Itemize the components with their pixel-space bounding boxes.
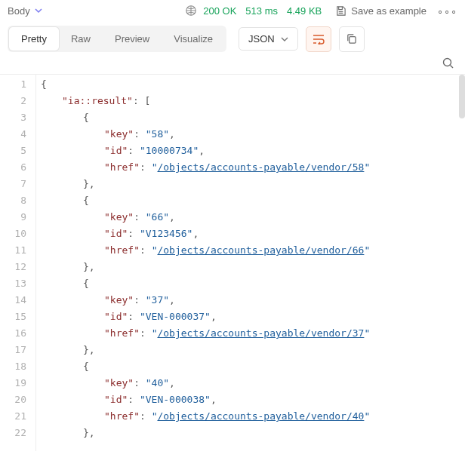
view-tabs: Pretty Raw Preview Visualize xyxy=(8,26,226,52)
svg-point-2 xyxy=(444,59,451,66)
search-row xyxy=(0,52,465,74)
tab-pretty[interactable]: Pretty xyxy=(9,27,59,51)
scrollbar-thumb[interactable] xyxy=(459,75,465,118)
more-actions-button[interactable]: ∘∘∘ xyxy=(437,5,457,17)
status-code: 200 OK xyxy=(203,5,236,17)
format-dropdown-label: JSON xyxy=(248,33,275,45)
tab-raw[interactable]: Raw xyxy=(59,27,103,51)
chevron-down-icon xyxy=(281,35,288,43)
tab-visualize[interactable]: Visualize xyxy=(162,27,225,51)
code-content: {"ia::result": [{"key": "58","id": "1000… xyxy=(36,75,465,451)
save-icon xyxy=(335,5,346,17)
search-button[interactable] xyxy=(442,57,454,69)
response-size: 4.49 KB xyxy=(287,5,322,17)
view-controls-row: Pretty Raw Preview Visualize JSON xyxy=(0,21,465,52)
response-time: 513 ms xyxy=(245,5,278,17)
copy-button[interactable] xyxy=(339,26,365,52)
svg-rect-1 xyxy=(350,37,356,43)
wrap-icon xyxy=(313,34,325,45)
body-dropdown-label: Body xyxy=(8,5,30,17)
copy-icon xyxy=(346,33,357,45)
wrap-lines-button[interactable] xyxy=(306,26,331,52)
format-dropdown[interactable]: JSON xyxy=(239,27,298,51)
response-top-bar: Body 200 OK 513 ms 4.49 KB Save as examp… xyxy=(0,0,465,21)
save-as-example-label: Save as example xyxy=(351,5,427,17)
response-body-viewer[interactable]: 12345678910111213141516171819202122 {"ia… xyxy=(0,74,465,451)
chevron-down-icon xyxy=(35,7,42,14)
network-globe-icon xyxy=(185,5,197,17)
save-as-example-button[interactable]: Save as example xyxy=(335,5,427,17)
tab-preview[interactable]: Preview xyxy=(103,27,162,51)
body-dropdown[interactable]: Body xyxy=(8,5,42,17)
line-number-gutter: 12345678910111213141516171819202122 xyxy=(0,75,36,451)
